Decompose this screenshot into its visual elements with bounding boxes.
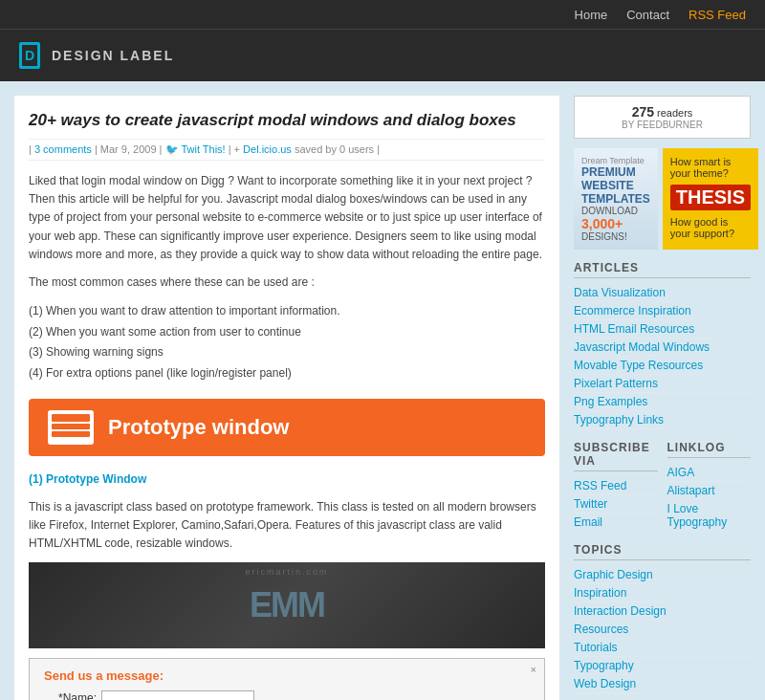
main-wrapper: 20+ ways to create javascript modal wind… [0,81,765,700]
ad-dream-label: Dream Template [581,156,650,165]
linklog-section: LINKLOG AIGA Alistapart I Love Typograph… [667,441,752,532]
rss-link[interactable]: RSS Feed [688,8,746,22]
article-title: 20+ ways to create javascript modal wind… [29,110,545,131]
logo-icon: D [19,42,40,69]
prototype-banner-text: Prototype window [108,415,289,440]
topic-graphic-design[interactable]: Graphic Design [574,566,751,584]
site-title: DESIGN LABEL [52,48,174,63]
ad-box-dream[interactable]: Dream Template PREMIUM WEBSITE TEMPLATES… [574,148,658,250]
topic-interaction-design[interactable]: Interaction Design [574,602,751,621]
sidebar-item-javascript-modal[interactable]: Javascript Modal Windows [574,339,751,357]
ad-premium-label: PREMIUM WEBSITE TEMPLATES [581,165,650,206]
ad-box-thesis[interactable]: How smart is your theme? THESIS How good… [663,148,758,250]
modal-field-name: *Name: [44,690,530,700]
modal-label-name: *Name: [44,691,97,700]
subscribe-section: SUBSCRIBE VIA RSS Feed Twitter Email [574,441,658,532]
list-item: (1) When you want to draw attention to i… [29,301,545,322]
sidebar-item-movable-type[interactable]: Movable Type Resources [574,357,751,375]
linklog-aiga[interactable]: AIGA [667,464,752,482]
feed-box: 275 readers BY FEEDBURNER [574,96,751,139]
cases-list: (1) When you want to draw attention to i… [29,301,545,383]
subscribe-col: SUBSCRIBE VIA RSS Feed Twitter Email [574,441,658,543]
article-intro: Liked that login modal window on Digg ? … [29,172,545,264]
topic-web-design[interactable]: Web Design [574,675,751,693]
ad-download-label: DOWNLOAD [581,206,650,216]
topic-resources[interactable]: Resources [574,621,751,639]
twit-link[interactable]: 🐦 Twit This! [165,143,226,155]
topics-section: TOPICS Graphic Design Inspiration Intera… [574,543,751,693]
linklog-alistapart[interactable]: Alistapart [667,482,752,500]
ad-boxes: Dream Template PREMIUM WEBSITE TEMPLATES… [574,148,751,250]
sidebar-item-html-email[interactable]: HTML Email Resources [574,320,751,339]
sidebar-item-data-visualization[interactable]: Data Visualization [574,284,751,302]
linklog-i-love-typography[interactable]: I Love Typography [667,500,752,532]
common-cases-label: The most common cases where these can be… [29,273,545,292]
topic-typography[interactable]: Typography [574,657,751,675]
sidebar-item-png[interactable]: Png Examples [574,393,751,411]
topic-inspiration[interactable]: Inspiration [574,584,751,602]
site-label: ericmartin.com [245,567,328,577]
modal-box: × Send us a message: *Name: *Email: Subj… [29,658,545,700]
ad-count: 3,000+ [581,216,623,231]
site-header: D DESIGN LABEL [0,29,765,81]
proto-desc: This is a javascript class based on prot… [29,498,545,554]
proto-heading-link[interactable]: (1) Prototype Window [29,472,146,486]
linklog-heading: LINKLOG [667,441,752,458]
del-link[interactable]: Del.icio.us [243,143,292,155]
proto-icon [48,410,94,445]
emm-logo: ЕMM [250,585,324,625]
ad-thesis: THESIS [670,185,751,210]
modal-title: Send us a message: [44,668,530,683]
article-date: Mar 9, 2009 [100,143,157,155]
list-item: (4) For extra options panel (like login/… [29,363,545,384]
list-item: (3) Showing warning signs [29,342,545,363]
article: 20+ ways to create javascript modal wind… [14,96,559,700]
topics-heading: TOPICS [574,543,751,560]
topic-tutorials[interactable]: Tutorials [574,639,751,657]
top-nav: Home Contact RSS Feed [0,0,765,29]
ad-designs-label: DESIGNS! [581,231,650,242]
content-area: 20+ ways to create javascript modal wind… [0,81,765,700]
contact-link[interactable]: Contact [626,8,669,22]
prototype-banner[interactable]: Prototype window [29,399,545,456]
subscribe-heading: SUBSCRIBE VIA [574,441,658,471]
feed-count: 275 [632,104,654,120]
subscribe-twitter[interactable]: Twitter [574,495,658,514]
feed-label: BY FEEDBURNER [586,120,738,130]
linklog-col: LINKLOG AIGA Alistapart I Love Typograph… [667,441,752,543]
comments-link[interactable]: 3 comments [34,143,92,155]
articles-heading: ARTICLES [574,261,751,278]
sidebar-item-ecommerce[interactable]: Ecommerce Inspiration [574,302,751,320]
articles-section: ARTICLES Data Visualization Ecommerce In… [574,261,751,429]
ad-how2: How good is your support? [670,216,751,239]
feed-unit: readers [657,107,692,119]
ad-how1: How smart is your theme? [670,156,751,179]
sidebar-item-typography-links[interactable]: Typography Links [574,411,751,429]
sidebar: 275 readers BY FEEDBURNER Dream Template… [574,96,751,700]
modal-close-icon[interactable]: × [531,664,536,675]
subscribe-rss[interactable]: RSS Feed [574,477,658,495]
list-item: (2) When you want some action from user … [29,322,545,343]
article-meta: | 3 comments | Mar 9, 2009 | 🐦 Twit This… [29,139,545,161]
sidebar-columns: SUBSCRIBE VIA RSS Feed Twitter Email LIN… [574,441,751,543]
sidebar-item-pixelart[interactable]: Pixelart Patterns [574,375,751,393]
screenshot-emm: ericmartin.com ЕMM [29,562,545,648]
home-link[interactable]: Home [575,8,608,22]
subscribe-email[interactable]: Email [574,514,658,532]
modal-input-name[interactable] [101,690,254,700]
